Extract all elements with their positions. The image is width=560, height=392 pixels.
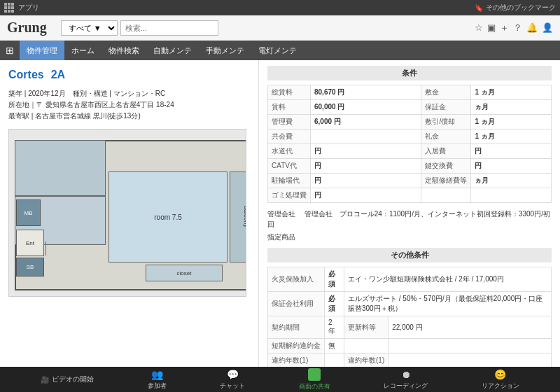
apps-icon[interactable] [4, 3, 14, 13]
value-trash: 円 [311, 188, 421, 203]
nav-item-property-search[interactable]: 物件検索 [102, 41, 146, 60]
room-sb: SB [16, 258, 44, 276]
help-icon[interactable]: ？ [513, 22, 522, 34]
management-label: 管理会社 [267, 210, 302, 218]
designated-label: 指定商品 [267, 232, 552, 242]
header-icons: ☆ ▣ ＋ ？ 🔔 👤 [475, 22, 553, 34]
label-water: 水道代 [268, 144, 311, 159]
value-parking: 円 [311, 174, 421, 188]
label-reikin: 礼金 [421, 130, 471, 144]
value-breach-years-1-r [388, 354, 552, 368]
room-balcony: balcony [230, 172, 246, 262]
reaction-icon: 😊 [494, 369, 506, 380]
property-info: 築年 | 2020年12月 種別・構造 | マンション・RC 所在地｜〒 愛知県… [8, 88, 250, 122]
value-key: 円 [471, 159, 552, 174]
nav-item-manual-maint[interactable]: 手動メンテ [199, 41, 251, 60]
label-rent: 賃料 [268, 100, 311, 115]
value-move-in: 円 [471, 144, 552, 159]
label-discount: 敷引/償却 [421, 115, 471, 130]
top-bar-left: アプリ [4, 3, 39, 13]
value-discount: 1 ヵ月 [471, 115, 552, 130]
bottom-share[interactable]: ⬆ 画面の共有 [299, 368, 330, 391]
value-breach-years-1 [325, 354, 344, 368]
label-move-in: 入居費 [421, 144, 471, 159]
conditions-title: 条件 [267, 66, 552, 80]
value-reikin: 1 ヵ月 [471, 130, 552, 144]
star-icon[interactable]: ☆ [475, 22, 483, 33]
bottom-chat[interactable]: 💬 チャット [220, 369, 245, 391]
value-short-penalty: 無 [325, 339, 344, 354]
label-guarantor: 保証会社利用 [268, 292, 325, 316]
property-title: Cortes 2A [8, 69, 250, 81]
nav-item-auto-maint[interactable]: 自動メンテ [146, 41, 199, 60]
value-fixed-repair: ヵ月 [471, 174, 552, 188]
participants-icon: 👥 [151, 369, 163, 380]
header: Grung すべて ▼ ☆ ▣ ＋ ？ 🔔 👤 [0, 15, 560, 41]
video-label[interactable]: ビデオの開始 [52, 374, 94, 384]
bell-icon[interactable]: 🔔 [526, 22, 538, 33]
conditions-table: 総賃料 80,670 円 敷金 1 ヵ月 賃料 60,000 円 保証金 ヵ月 … [267, 85, 552, 203]
video-icon: 🎥 [41, 376, 49, 384]
value-guarantor-required: 必須 [325, 292, 344, 316]
label-fixed-repair: 定額修繕費等 [421, 174, 471, 188]
top-bar: アプリ 🔖 その他のブックマーク [0, 0, 560, 15]
chat-label: チャット [220, 382, 245, 391]
bottom-reaction[interactable]: 😊 リアクション [482, 369, 519, 391]
value-deposit: 1 ヵ月 [471, 85, 552, 100]
participants-label: 参加者 [148, 382, 167, 391]
label-management-fee: 管理費 [268, 115, 311, 130]
room-closet: closet [146, 265, 223, 281]
value-hoshoki: ヵ月 [471, 100, 552, 115]
right-panel: 条件 総賃料 80,670 円 敷金 1 ヵ月 賃料 60,000 円 保証金 … [259, 60, 560, 367]
label-parking: 駐輪場代 [268, 174, 311, 188]
room-mb: MB [16, 200, 41, 226]
plus-icon[interactable]: ＋ [500, 22, 509, 34]
bottom-bar: 🎥 ビデオの開始 👥 参加者 💬 チャット ⬆ 画面の共有 ⏺ レコーディング … [0, 367, 560, 392]
search-area: すべて ▼ [61, 20, 218, 36]
label-trash: ゴミ処理費 [268, 188, 311, 203]
main-content: Cortes 2A 築年 | 2020年12月 種別・構造 | マンション・RC… [0, 60, 560, 367]
value-management-fee: 6,000 円 [311, 115, 421, 130]
value-contract-period: 2 年 [325, 316, 344, 339]
grid-icon[interactable]: ▣ [487, 22, 496, 33]
bookmark-icon: 🔖 [475, 4, 483, 12]
nav-item-elec-maint[interactable]: 電灯メンテ [251, 41, 304, 60]
label-breach-years-1: 違約年数(1) [268, 354, 325, 368]
app-label: アプリ [18, 3, 39, 13]
share-icon: ⬆ [308, 368, 321, 381]
label-renewal-fee: 更新料等 [344, 316, 388, 339]
label-catv: CATV代 [268, 159, 311, 174]
bottom-participants[interactable]: 👥 参加者 [148, 369, 167, 391]
avatar[interactable]: 👤 [542, 22, 553, 33]
floorplan: RODO MB Ent SB room 7.5 balcony closet [8, 129, 246, 297]
value-common-fee [311, 130, 421, 144]
search-filter-select[interactable]: すべて ▼ [61, 20, 118, 36]
nav-item-property-management[interactable]: 物件管理 [20, 41, 64, 60]
label-short-penalty: 短期解約違約金 [268, 339, 325, 354]
property-name-link[interactable]: Cortes [8, 69, 44, 81]
bookmark-label: その他のブックマーク [486, 3, 556, 13]
room-main: room 7.5 [108, 172, 227, 262]
search-input[interactable] [120, 20, 218, 36]
label-key: 鍵交換費 [421, 159, 471, 174]
nav-item-home[interactable]: ホーム [64, 41, 102, 60]
label-breach-years-1-r: 違約年数(1) [344, 354, 388, 368]
management-note: 管理会社 管理会社 プロコール24：1100円/月、インターネット初回登録料：3… [267, 209, 552, 230]
logo: Grung [7, 20, 47, 36]
detail-fire-insurance: エイ・ワン少額短期保険株式会社 / 2年 / 17,000円 [344, 267, 552, 292]
label-total-rent: 総賃料 [268, 85, 311, 100]
other-conditions-title: その他条件 [267, 248, 552, 262]
value-rent: 60,000 円 [311, 100, 421, 115]
top-bar-right: 🔖 その他のブックマーク [475, 3, 556, 13]
bottom-recording[interactable]: ⏺ レコーディング [384, 369, 428, 391]
property-room-link[interactable]: 2A [51, 69, 65, 81]
left-panel: Cortes 2A 築年 | 2020年12月 種別・構造 | マンション・RC… [0, 60, 259, 367]
property-address: 所在地｜〒 愛知県名古屋市西区上名古屋4丁目 18-24 [8, 99, 250, 111]
label-hoshoki: 保証金 [421, 100, 471, 115]
value-water: 円 [311, 144, 421, 159]
share-label: 画面の共有 [299, 382, 330, 391]
value-renewal-fee: 22,000 円 [388, 316, 552, 339]
video-start-area: 🎥 ビデオの開始 [41, 374, 94, 384]
other-conditions-table: 火災保険加入 必須 エイ・ワン少額短期保険株式会社 / 2年 / 17,000円… [267, 267, 552, 367]
label-contract-period: 契約期間 [268, 316, 325, 339]
